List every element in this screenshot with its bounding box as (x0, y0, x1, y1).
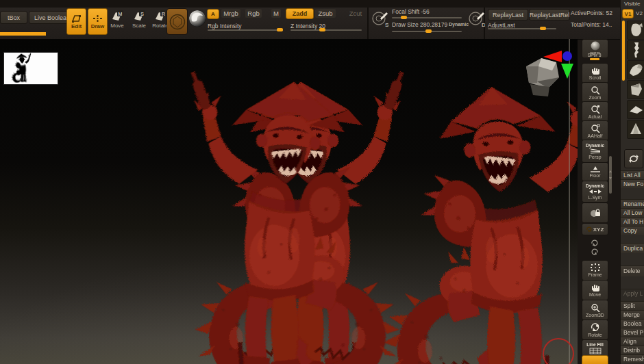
ghost-button-cropped[interactable] (582, 355, 608, 364)
rgb-intensity-slider-label: Rgb Intensity (208, 23, 242, 29)
zcut-button[interactable]: Zcut (346, 9, 365, 18)
document-canvas[interactable] (0, 39, 578, 364)
action-new-folder[interactable]: New Fo (621, 179, 644, 188)
edit-mode-button[interactable]: Edit (66, 8, 86, 35)
zsub-button[interactable]: Zsub (315, 9, 336, 18)
subtool-thumbnail[interactable] (627, 80, 644, 99)
draw-mode-button[interactable]: Draw (88, 8, 108, 35)
frame-dots-icon (591, 263, 600, 272)
rgb-intensity-handle[interactable] (277, 28, 283, 31)
replay-last-button[interactable]: ReplayLast (488, 9, 528, 21)
persp-button[interactable]: Dynamic Persp (582, 140, 608, 163)
spix-slider-handle[interactable] (590, 58, 599, 60)
zoom-button[interactable]: Zoom (582, 82, 608, 103)
draw-icon (92, 14, 103, 23)
magnifier-icon (591, 86, 600, 94)
aahalf-button[interactable]: AAHalf (582, 120, 608, 141)
svg-text:D: D (482, 22, 485, 28)
camera-head-gizmo[interactable] (526, 58, 559, 96)
move-canvas-button[interactable]: Move (582, 280, 608, 300)
local-transform-button[interactable] (582, 203, 608, 223)
rotation-mode-icons[interactable] (582, 235, 607, 259)
action-all-low[interactable]: All Low (621, 208, 644, 217)
alpha-preview-thumbnail[interactable] (3, 52, 58, 85)
shelf-scrollbar-thumb[interactable] (609, 156, 612, 194)
action-all-to-high[interactable]: All To H (621, 217, 644, 226)
action-list-all[interactable]: List All (621, 170, 644, 179)
cycle-subtool-button[interactable] (624, 149, 643, 168)
m-button[interactable]: M (271, 9, 281, 18)
brush-sphere-icon (169, 14, 186, 30)
lsym-button[interactable]: Dynamic L.Sym (582, 181, 608, 203)
action-distribute[interactable]: Distrib (621, 346, 644, 354)
action-duplicate[interactable]: Duplica (621, 243, 644, 253)
toolbar-top-strip (0, 0, 620, 8)
stroke-s-icon[interactable]: S (371, 10, 388, 28)
spin-left-icon (591, 239, 599, 247)
tab-v2[interactable]: V2 (634, 9, 644, 17)
spix-slider[interactable]: SPix 3 (582, 51, 607, 62)
frame-button[interactable]: Frame (582, 260, 608, 281)
scroll-button[interactable]: Scroll (582, 63, 608, 83)
magnifier-icon (591, 124, 600, 133)
z-intensity-handle[interactable] (319, 28, 325, 31)
action-split[interactable]: Split (621, 301, 644, 310)
edit-icon (71, 14, 82, 23)
subtool-thumbnail[interactable] (627, 100, 644, 119)
subtool-thumbnail[interactable] (627, 40, 644, 60)
action-bevel-pro[interactable]: Bevel P (621, 328, 644, 337)
tab-v1[interactable]: V1 (622, 9, 634, 18)
action-rename[interactable]: Rename (621, 199, 644, 208)
rotate-canvas-button[interactable]: Rotate (582, 320, 608, 340)
action-copy[interactable]: Copy (621, 226, 644, 235)
current-brush-button[interactable] (166, 8, 188, 35)
svg-text:S: S (140, 12, 144, 16)
actual-button[interactable]: Actual (582, 101, 608, 122)
rotate-icon: R (153, 10, 167, 22)
move-gyro-button[interactable]: M Move (108, 10, 126, 29)
draw-size-slider[interactable] (392, 31, 462, 32)
action-merge[interactable]: Merge (621, 310, 644, 319)
replay-last-rel-button[interactable]: ReplayLastRel (529, 9, 570, 21)
active-subtool-indicator (622, 21, 625, 81)
action-delete[interactable]: Delete (621, 265, 644, 276)
subtool-thumbnail[interactable] (627, 21, 644, 40)
draw-size-handle[interactable] (425, 29, 432, 33)
svg-text:M: M (119, 12, 123, 16)
zadd-button[interactable]: Zadd (286, 8, 314, 19)
subtool-thumbnail[interactable] (627, 120, 644, 139)
top-toolbar: tBox Live Boolean Edit Draw M Move S Sca… (0, 0, 620, 40)
xyz-button[interactable]: XYZ (582, 223, 608, 235)
focal-shift-slider[interactable] (392, 17, 462, 18)
material-sphere-icon (189, 10, 206, 27)
action-remesh[interactable]: Remesh (621, 354, 644, 363)
persp-lines-icon (590, 148, 601, 154)
channel-a-button[interactable]: A (207, 9, 219, 19)
focal-shift-label: Focal Shift -56 (392, 8, 430, 15)
stroke-d-icon[interactable]: D (467, 10, 485, 28)
action-boolean[interactable]: Boolea (621, 319, 644, 328)
adjust-last-handle[interactable] (540, 27, 546, 30)
current-material-button[interactable] (189, 10, 206, 27)
toolbar-divider (367, 8, 369, 39)
hand-icon (591, 66, 600, 75)
zoom3d-button[interactable]: Zoom3D (582, 300, 608, 320)
lightbox-button[interactable]: tBox (0, 11, 27, 24)
focal-shift-handle[interactable] (401, 16, 407, 19)
magnifier-icon (591, 105, 600, 114)
dynamic-label[interactable]: Dynamic (449, 22, 469, 27)
rgb-button[interactable]: Rgb (245, 9, 262, 18)
action-apply-last[interactable]: Apply L (621, 289, 644, 298)
scale-gyro-button[interactable]: S Scale (130, 10, 148, 29)
subtool-thumbnail[interactable] (627, 60, 644, 79)
cycle-arrows-icon (628, 153, 639, 164)
rgb-intensity-slider[interactable] (208, 29, 283, 31)
mrgb-button[interactable]: Mrgb (221, 9, 240, 18)
z-intensity-slider[interactable] (290, 29, 362, 31)
move-icon: M (110, 10, 124, 22)
adjust-last-slider[interactable] (488, 28, 556, 29)
floor-button[interactable]: Floor (582, 162, 608, 181)
rotate-axis-icon (586, 226, 592, 232)
action-align[interactable]: Align (621, 337, 644, 346)
lightbox-progress-bar[interactable] (0, 32, 46, 36)
